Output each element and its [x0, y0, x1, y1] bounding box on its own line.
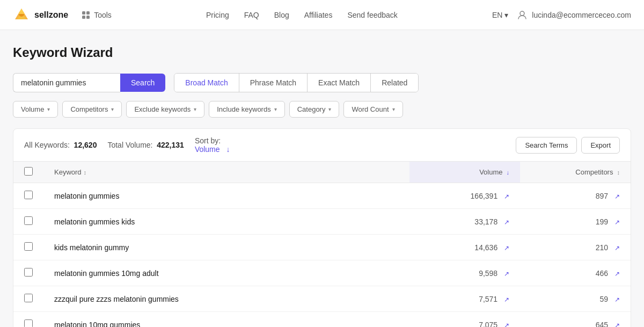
filter-category-label: Category: [297, 105, 326, 113]
grid-icon: [81, 10, 91, 20]
sort-by-label: Sort by:: [195, 136, 221, 145]
row-checkbox-2[interactable]: [24, 242, 33, 251]
select-all-checkbox[interactable]: [24, 167, 33, 176]
table-row: melatonin gummies 10mg adult 9,598 ↗ 466…: [13, 260, 631, 286]
header-nav: Pricing FAQ Blog Affiliates Send feedbac…: [206, 11, 398, 19]
competitors-cell: 210 ↗: [520, 235, 631, 260]
row-arrow-icon-3[interactable]: ↗: [504, 270, 509, 278]
search-terms-button[interactable]: Search Terms: [516, 137, 577, 154]
logo-text: sellzone: [34, 10, 68, 20]
row-comp-arrow-icon-0[interactable]: ↗: [614, 193, 620, 200]
total-volume-info: Total Volume: 422,131: [107, 141, 184, 149]
svg-point-8: [520, 11, 524, 16]
svg-marker-3: [18, 9, 25, 14]
row-arrow-icon-5[interactable]: ↗: [504, 322, 509, 328]
nav-pricing[interactable]: Pricing: [206, 11, 229, 19]
keyword-sort-icon: ↕: [84, 169, 87, 176]
competitors-cell: 59 ↗: [520, 286, 631, 312]
column-header-volume[interactable]: Volume ↓: [409, 162, 520, 183]
tab-related[interactable]: Related: [371, 74, 418, 92]
filter-word-count-label: Word Count: [352, 105, 389, 113]
filter-competitors[interactable]: Competitors ▾: [62, 101, 122, 118]
nav-feedback[interactable]: Send feedback: [347, 11, 397, 19]
competitors-sort-icon: ↕: [615, 169, 620, 176]
table-row: melatonin gummies 166,391 ↗ 897 ↗: [13, 183, 631, 209]
filter-word-count[interactable]: Word Count ▾: [343, 101, 402, 118]
nav-affiliates[interactable]: Affiliates: [304, 11, 333, 19]
table-row: zzzquil pure zzzs melatonin gummies 7,57…: [13, 286, 631, 312]
filter-volume-chevron: ▾: [47, 106, 50, 112]
total-volume-count: 422,131: [157, 141, 184, 149]
row-checkbox-0[interactable]: [24, 191, 33, 199]
results-header: All Keywords: 12,620 Total Volume: 422,1…: [13, 129, 631, 162]
sort-by-value[interactable]: Volume ↓: [195, 145, 230, 154]
language-selector[interactable]: EN ▾: [492, 11, 508, 19]
filter-volume[interactable]: Volume ▾: [13, 101, 58, 118]
filter-exclude-chevron: ▾: [194, 106, 196, 112]
filter-volume-label: Volume: [21, 105, 44, 113]
filter-include-chevron: ▾: [274, 106, 277, 112]
filter-category[interactable]: Category ▾: [289, 101, 340, 118]
row-checkbox-3[interactable]: [24, 268, 33, 277]
user-menu[interactable]: lucinda@ecommerceceo.com: [517, 10, 631, 20]
results-table: Keyword ↕ Volume ↓ Competitors ↕: [13, 162, 631, 327]
user-email: lucinda@ecommerceceo.com: [532, 11, 631, 19]
row-checkbox-5[interactable]: [24, 319, 33, 327]
row-comp-arrow-icon-3[interactable]: ↗: [614, 270, 620, 278]
tools-button[interactable]: Tools: [81, 10, 112, 20]
table-row: melatonin gummies kids 33,178 ↗ 199 ↗: [13, 209, 631, 235]
nav-faq[interactable]: FAQ: [244, 11, 259, 19]
row-comp-arrow-icon-5[interactable]: ↗: [614, 322, 620, 328]
volume-cell: 7,075 ↗: [409, 312, 520, 328]
row-arrow-icon-1[interactable]: ↗: [504, 219, 509, 226]
row-arrow-icon-0[interactable]: ↗: [504, 193, 509, 200]
svg-rect-6: [82, 16, 85, 19]
total-volume-label: Total Volume:: [107, 141, 152, 149]
row-comp-arrow-icon-1[interactable]: ↗: [614, 219, 620, 226]
results-meta: All Keywords: 12,620 Total Volume: 422,1…: [24, 136, 230, 154]
user-icon: [517, 10, 528, 20]
row-checkbox-4[interactable]: [24, 294, 33, 302]
sort-info: Sort by: Volume ↓: [195, 136, 230, 154]
column-header-competitors[interactable]: Competitors ↕: [520, 162, 631, 183]
filter-include-keywords[interactable]: Include keywords ▾: [209, 101, 284, 118]
filter-competitors-label: Competitors: [70, 105, 108, 113]
all-keywords-info: All Keywords: 12,620: [24, 141, 97, 149]
keyword-cell: melatonin gummies 10mg adult: [43, 260, 409, 286]
tab-phrase-match[interactable]: Phrase Match: [239, 74, 308, 92]
lang-chevron-icon: ▾: [504, 11, 508, 19]
filter-exclude-keywords[interactable]: Exclude keywords ▾: [126, 101, 204, 118]
row-checkbox-1[interactable]: [24, 216, 33, 225]
search-button[interactable]: Search: [120, 74, 165, 92]
row-comp-arrow-icon-4[interactable]: ↗: [614, 296, 620, 303]
tab-exact-match[interactable]: Exact Match: [308, 74, 371, 92]
page-title: Keyword Wizard: [13, 45, 631, 60]
volume-cell: 166,391 ↗: [409, 183, 520, 209]
filter-exclude-label: Exclude keywords: [134, 105, 191, 113]
svg-rect-7: [86, 16, 90, 19]
nav-blog[interactable]: Blog: [274, 11, 289, 19]
row-arrow-icon-4[interactable]: ↗: [504, 296, 509, 303]
search-input[interactable]: [13, 73, 120, 92]
filter-category-chevron: ▾: [328, 106, 331, 112]
export-button[interactable]: Export: [581, 137, 620, 154]
competitors-cell: 199 ↗: [520, 209, 631, 235]
keyword-cell: zzzquil pure zzzs melatonin gummies: [43, 286, 409, 312]
match-tabs: Broad Match Phrase Match Exact Match Rel…: [174, 73, 419, 92]
search-bar: Search Broad Match Phrase Match Exact Ma…: [13, 73, 631, 92]
column-header-keyword[interactable]: Keyword ↕: [43, 162, 409, 183]
keyword-cell: melatonin 10mg gummies: [43, 312, 409, 328]
row-arrow-icon-2[interactable]: ↗: [504, 244, 509, 252]
competitors-cell: 466 ↗: [520, 260, 631, 286]
logo-icon: [13, 6, 30, 24]
filter-competitors-chevron: ▾: [111, 106, 114, 112]
keyword-cell: melatonin gummies: [43, 183, 409, 209]
row-comp-arrow-icon-2[interactable]: ↗: [614, 244, 620, 252]
lang-label: EN: [492, 11, 502, 19]
tab-broad-match[interactable]: Broad Match: [174, 74, 239, 92]
volume-cell: 33,178 ↗: [409, 209, 520, 235]
all-keywords-count: 12,620: [74, 141, 97, 149]
tools-label: Tools: [94, 11, 112, 19]
logo[interactable]: sellzone: [13, 6, 68, 24]
volume-cell: 9,598 ↗: [409, 260, 520, 286]
